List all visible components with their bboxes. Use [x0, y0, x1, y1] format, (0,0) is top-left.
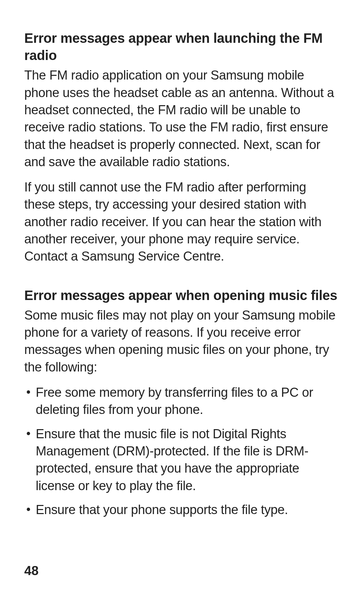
list-item: Ensure that the music file is not Digita…: [24, 425, 340, 495]
para-music-files-intro: Some music files may not play on your Sa…: [24, 307, 340, 376]
para-fm-radio-2: If you still cannot use the FM radio aft…: [24, 179, 340, 265]
bullet-list: Free some memory by transferring files t…: [24, 384, 340, 518]
list-item: Free some memory by transferring files t…: [24, 384, 340, 419]
section-heading-music-files: Error messages appear when opening music…: [24, 287, 340, 304]
page-number: 48: [24, 564, 38, 578]
para-fm-radio-1: The FM radio application on your Samsung…: [24, 67, 340, 171]
manual-page: Error messages appear when launching the…: [0, 0, 364, 597]
list-item: Ensure that your phone supports the file…: [24, 501, 340, 518]
section-heading-fm-radio: Error messages appear when launching the…: [24, 30, 340, 64]
